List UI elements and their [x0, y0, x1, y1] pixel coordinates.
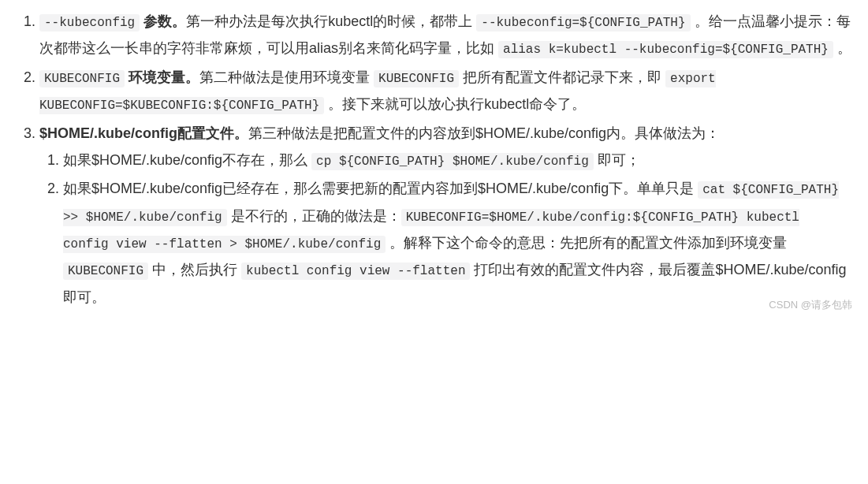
text: 如果$HOME/.kube/config不存在，那么 [63, 152, 311, 168]
text: 把所有配置文件都记录下来，即 [459, 69, 665, 85]
text: 。接下来就可以放心执行kubectl命令了。 [324, 96, 586, 112]
code-view-flatten: kubectl config view --flatten [241, 262, 470, 280]
nested-ordered-list: 如果$HOME/.kube/config不存在，那么 cp ${CONFIG_P… [39, 147, 852, 311]
code-kubeconfig-var: KUBECONFIG [374, 70, 459, 87]
text: 第三种做法是把配置文件的内容放到$HOME/.kube/config内。具体做法… [248, 125, 720, 141]
text: 第二种做法是使用环境变量 [199, 69, 374, 85]
heading-env: 环境变量。 [125, 69, 199, 85]
code-kubeconfig-env: KUBECONFIG [39, 70, 125, 87]
list-item-3: $HOME/.kube/config配置文件。第三种做法是把配置文件的内容放到$… [39, 120, 852, 311]
code-kubeconfig-path: --kubeconfig=${CONFIG_PATH} [476, 14, 690, 32]
heading-param: 参数。 [140, 13, 186, 29]
nested-item-2: 如果$HOME/.kube/config已经存在，那么需要把新的配置内容加到$H… [63, 175, 852, 311]
text: 中，然后执行 [148, 262, 241, 277]
text: 是不行的，正确的做法是： [227, 208, 401, 224]
text: 即可； [594, 152, 640, 168]
text: 第一种办法是每次执行kubectl的时候，都带上 [186, 13, 476, 29]
list-item-1: --kubeconfig 参数。第一种办法是每次执行kubectl的时候，都带上… [39, 8, 852, 62]
text: 。解释下这个命令的意思：先把所有的配置文件添加到环境变量 [386, 235, 787, 251]
code-cp: cp ${CONFIG_PATH} $HOME/.kube/config [311, 153, 594, 170]
nested-item-1: 如果$HOME/.kube/config不存在，那么 cp ${CONFIG_P… [63, 147, 852, 173]
text: 如果$HOME/.kube/config已经存在，那么需要把新的配置内容加到$H… [63, 181, 698, 196]
code-kubeconfig-param: --kubeconfig [39, 14, 140, 32]
code-kubeconfig-inline: KUBECONFIG [63, 262, 148, 280]
code-alias: alias k=kubectl --kubeconfig=${CONFIG_PA… [498, 41, 833, 58]
watermark: CSDN @请多包韩 [769, 296, 852, 315]
list-item-2: KUBECONFIG 环境变量。第二种做法是使用环境变量 KUBECONFIG … [39, 64, 852, 118]
heading-config-file: $HOME/.kube/config配置文件。 [39, 125, 248, 141]
text: 。 [833, 40, 851, 56]
ordered-list: --kubeconfig 参数。第一种办法是每次执行kubectl的时候，都带上… [8, 8, 852, 311]
